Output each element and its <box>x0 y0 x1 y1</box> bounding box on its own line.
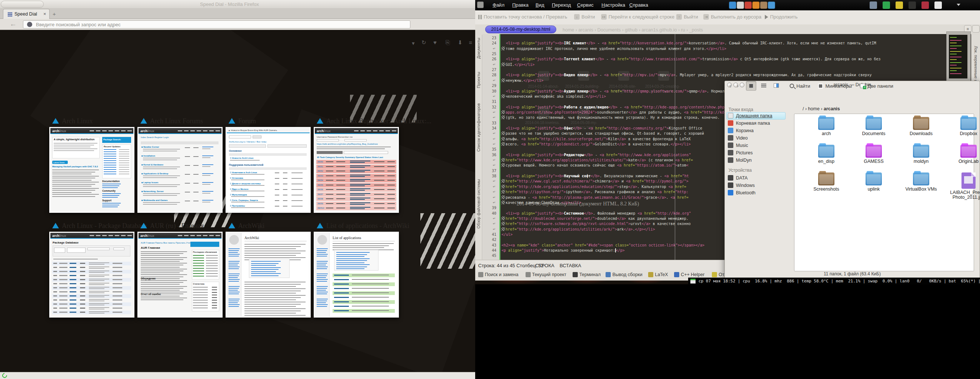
folder-Dropbox[interactable]: Dropbox <box>948 117 980 136</box>
kate-tabrow: 2014-05-08-my-desktop.html home › arcani… <box>475 24 980 35</box>
dial-cell[interactable]: Arch Linux Bugtracker:: Arch Linux:...ar… <box>314 115 399 214</box>
dial-cell[interactable]: Arch Linux - Package DatabasearchlinuxPa… <box>49 220 134 319</box>
tray-wing-icon[interactable] <box>908 2 916 9</box>
toolview-tab-2[interactable]: Список идентификаторов <box>476 103 481 152</box>
toolview-tab-1[interactable]: Проекты <box>476 72 481 88</box>
tab-close-icon[interactable]: × <box>43 11 46 17</box>
menu-2[interactable]: Вид <box>536 2 544 8</box>
insert-mode[interactable]: ВСТАВКА <box>560 263 581 268</box>
dial-title: Arch Linux - Package Database <box>62 222 147 230</box>
folder-Downloads[interactable]: Downloads <box>901 117 942 136</box>
tray-flag-icon[interactable] <box>921 2 929 9</box>
folder-moldyn[interactable]: moldyn <box>901 145 942 164</box>
new-tab-button[interactable]: + <box>52 11 56 17</box>
place-Корзина[interactable]: Корзина <box>728 128 754 133</box>
place-Video[interactable]: Video <box>728 135 748 141</box>
tray-screens-icon[interactable] <box>870 2 877 9</box>
local-variables-tab[interactable]: Лок. переменные и о <box>974 46 978 86</box>
device-Windows[interactable]: Windows <box>728 182 755 188</box>
folder-GAMESS[interactable]: GAMESS <box>853 145 894 164</box>
dolphin-breadcrumb[interactable]: / › home › arcanis <box>803 106 840 111</box>
debug-4[interactable]: ⇥Выполнить до курсора <box>703 14 762 20</box>
place-Music[interactable]: Music <box>728 143 748 148</box>
tray-xorg-icon[interactable] <box>883 2 890 9</box>
modified-lines-indicator <box>499 34 500 270</box>
menu-6[interactable]: Справка <box>629 2 648 8</box>
dial-cell[interactable]: Arch LinuxarchlinuxA simple, lightweight… <box>49 115 134 214</box>
debug-5[interactable]: Продолжить <box>765 14 797 20</box>
dial-cell[interactable]: Arch Linux ForumsarchlinuxIndex Search R… <box>137 115 223 214</box>
menu-4[interactable]: Сервис <box>577 2 594 8</box>
dial-title: Arch Linux <box>62 117 92 125</box>
device-DATA[interactable]: DATA <box>728 175 748 181</box>
dolphin-window: arcanis — Dolphin Точки входа / › home ›… <box>724 81 980 279</box>
toolview-latex[interactable]: LaTeX <box>648 272 668 277</box>
terminal-thumbnail <box>949 35 967 78</box>
folder-arch[interactable]: arch <box>806 117 847 136</box>
toolview-search[interactable]: Поиск и замена <box>478 272 519 277</box>
place-MolDyn[interactable]: MolDyn <box>728 157 751 163</box>
tray-bolt-icon[interactable] <box>896 2 903 9</box>
folder-LAIBACH_Press_Photo_2011.jpg[interactable]: LAIBACH_Press_Photo_2011.jpg <box>948 173 980 200</box>
menu-icon[interactable]: ≡ <box>469 39 472 46</box>
toolview-tab-0[interactable]: Документы <box>476 38 481 59</box>
debug-3[interactable]: ↑Выйти <box>676 14 698 20</box>
place-Домашняя папка[interactable]: Домашняя папка <box>728 113 772 119</box>
toolview-cpp[interactable]: C++ Helper <box>674 272 705 277</box>
tray-volume-icon[interactable] <box>934 2 942 9</box>
menu-1[interactable]: Правка <box>512 2 528 8</box>
menu-0[interactable]: Файл <box>493 2 504 8</box>
kate-debug-toolbar: Поставить точку останова / Прервать↓Войт… <box>475 10 980 24</box>
folder-en_disp[interactable]: en_disp <box>806 145 847 164</box>
tab-speed-dial[interactable]: Speed Dial × <box>3 9 49 19</box>
dial-cell[interactable]: AUR (ru) - ГлавнаяarchlinuxAUR Главная П… <box>137 220 223 319</box>
firefox-menu-button[interactable] <box>1 1 44 8</box>
dial-cell[interactable]: Forum▲ Новости Форум Блоги Eng Wiki AUR … <box>226 115 311 214</box>
device-Bluetooth[interactable]: Bluetooth <box>728 190 756 195</box>
toolview-term[interactable]: Терминал <box>573 272 601 277</box>
tray-app-3 <box>752 2 760 9</box>
dial-cell[interactable]: List of applications - ArchWikiList of a… <box>314 220 399 319</box>
folder-Screenshots[interactable]: Screenshots <box>806 173 847 192</box>
debug-0[interactable]: Поставить точку останова / Прервать <box>478 14 567 20</box>
url-bar[interactable]: Введите поисковый запрос или адрес <box>23 21 410 29</box>
toolview-build[interactable]: Вывод сборки <box>606 272 642 277</box>
debug-1[interactable]: ↓Войти <box>574 14 595 20</box>
back-button[interactable]: ← <box>10 20 17 28</box>
menu-3[interactable]: Переход <box>552 2 571 8</box>
kate-document-tab[interactable]: 2014-05-08-my-desktop.html <box>485 25 556 33</box>
stats-text: ср 07 мая 18:52 | cpu 16.8% | mhz 886 | … <box>698 279 980 284</box>
place-Корневая папка[interactable]: Корневая папка <box>728 120 770 126</box>
toolview-proj[interactable]: Текущий проект <box>525 272 566 277</box>
right-monitor: Поставить точку останова / Прервать↓Войт… <box>475 0 980 284</box>
dial-title: Arch Linux Forums <box>150 117 203 125</box>
kate-left-toolviews: ДокументыПроектыСписок идентификаторовОб… <box>475 35 482 270</box>
addon-icon[interactable] <box>1 372 8 379</box>
speed-dial-favicon <box>8 12 12 17</box>
dropdown-icon[interactable]: ▾ <box>412 40 415 47</box>
clipboard-icon[interactable]: ⎘ <box>445 39 450 46</box>
debug-2[interactable]: ↦Перейти к следующей строке <box>601 14 675 20</box>
firefox-titlebar: Speed Dial - Mozilla Firefox <box>0 0 475 8</box>
reload-icon[interactable]: ↻ <box>422 39 426 46</box>
toolview-tab-3[interactable]: Обзор файловой системы <box>476 179 481 228</box>
folder-OriginLab[interactable]: OriginLab <box>948 145 980 164</box>
tray-app-1 <box>737 2 744 9</box>
dial-title: ArchWiki <box>238 222 264 230</box>
cursor-position: Строка: 44 из 45 Столбец: 52 <box>478 263 544 268</box>
dial-cell[interactable]: ArchWikiArchWiki <box>226 220 311 319</box>
heart-icon[interactable]: ♥ <box>433 39 437 46</box>
wrap-mode[interactable]: СТРОКА <box>535 263 554 268</box>
firefox-navbar: ← Введите поисковый запрос или адрес ▾↻♥… <box>0 19 475 30</box>
place-Pictures[interactable]: Pictures <box>728 150 752 155</box>
site-identity-icon <box>27 22 32 27</box>
download-icon[interactable]: ⬇ <box>458 39 463 46</box>
tray-app-5 <box>768 2 775 9</box>
menu-5[interactable]: Настройка <box>601 2 625 8</box>
folder-VirtualBox VMs[interactable]: VirtualBox VMs <box>901 173 942 192</box>
line-number-gutter: 2324↵2526↵2728↵2930↵3132↵↵3334↵↵↵3536↵↵3… <box>482 34 499 270</box>
folder-uplink[interactable]: uplink <box>853 173 894 192</box>
window-button[interactable] <box>972 25 980 33</box>
dial-title: Forum <box>238 117 256 125</box>
folder-Documents[interactable]: Documents <box>853 117 894 136</box>
